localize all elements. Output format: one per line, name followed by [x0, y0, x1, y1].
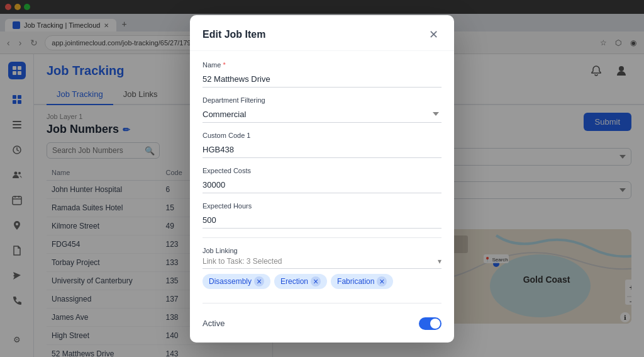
custom-code-label: Custom Code 1	[203, 132, 441, 139]
active-modal-toggle[interactable]	[419, 317, 441, 330]
tag-label-fabrication: Fabrication	[337, 277, 374, 286]
tags-container: Disassembly × Erection × Fabrication ×	[203, 269, 441, 294]
tag-remove-disassembly[interactable]: ×	[254, 276, 264, 286]
name-label: Name *	[203, 61, 441, 69]
tag-fabrication: Fabrication ×	[331, 274, 393, 289]
modal-close-button[interactable]: ✕	[425, 26, 441, 43]
department-field-group: Department Filtering Commercial	[203, 96, 441, 123]
modal-overlay: Edit Job Item ✕ Name * Department Filter…	[0, 0, 644, 357]
tag-disassembly: Disassembly ×	[203, 274, 270, 289]
job-linking-label: Job Linking	[203, 247, 441, 254]
expected-costs-label: Expected Costs	[203, 167, 441, 174]
tag-remove-fabrication[interactable]: ×	[377, 276, 387, 286]
custom-code-field-group: Custom Code 1	[203, 132, 441, 158]
modal-body: Name * Department Filtering Commercial C…	[190, 51, 454, 343]
active-toggle-row: Active	[203, 312, 441, 335]
department-select[interactable]: Commercial	[203, 106, 441, 123]
expected-hours-label: Expected Hours	[203, 202, 441, 210]
tag-label-disassembly: Disassembly	[209, 277, 252, 286]
name-field-group: Name *	[203, 61, 441, 88]
expected-hours-input[interactable]	[203, 212, 441, 229]
modal-title: Edit Job Item	[203, 29, 265, 40]
tag-erection: Erection ×	[274, 274, 327, 289]
expected-costs-field-group: Expected Costs	[203, 167, 441, 193]
expected-hours-field-group: Expected Hours	[203, 202, 441, 229]
link-task-selected-label: Link to Task: 3 Selected	[203, 257, 282, 266]
active-label: Active	[203, 319, 225, 328]
divider-1	[203, 237, 441, 238]
edit-job-modal: Edit Job Item ✕ Name * Department Filter…	[190, 15, 454, 343]
tag-select-row: Link to Task: 3 Selected ▾	[203, 257, 441, 269]
tag-remove-erection[interactable]: ×	[311, 276, 321, 286]
name-input[interactable]	[203, 71, 441, 88]
required-indicator: *	[223, 61, 225, 69]
dropdown-arrow-icon: ▾	[438, 257, 441, 266]
modal-header: Edit Job Item ✕	[190, 15, 454, 51]
divider-2	[203, 303, 441, 303]
department-label: Department Filtering	[203, 96, 441, 104]
tag-label-erection: Erection	[280, 277, 308, 286]
custom-code-input[interactable]	[203, 142, 441, 158]
job-linking-group: Job Linking Link to Task: 3 Selected ▾ D…	[203, 247, 441, 294]
expected-costs-input[interactable]	[203, 177, 441, 193]
